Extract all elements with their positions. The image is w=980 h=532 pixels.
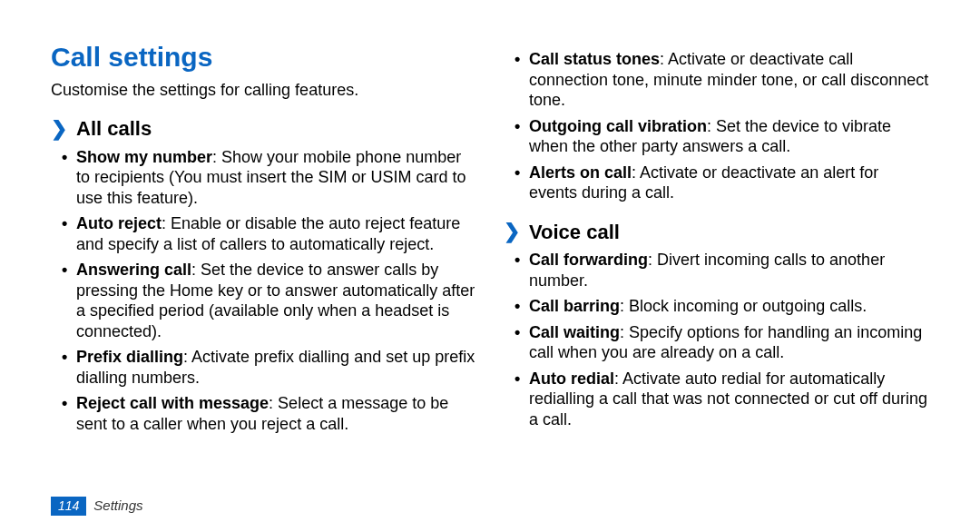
- item-term: Call waiting: [529, 323, 620, 341]
- page-footer: 114 Settings: [51, 497, 143, 517]
- item-term: Alerts on call: [529, 163, 632, 182]
- list-item: Outgoing call vibration: Set the device …: [504, 116, 929, 157]
- all-calls-list-part1: Show my number: Show your mobile phone n…: [51, 147, 476, 435]
- item-term: Reject call with message: [76, 394, 269, 412]
- item-desc: : Block incoming or outgoing calls.: [620, 297, 867, 315]
- list-item: Show my number: Show your mobile phone n…: [51, 147, 476, 209]
- right-column: Call status tones: Activate or deactivat…: [504, 40, 929, 496]
- list-item: Call barring: Block incoming or outgoing…: [504, 296, 929, 317]
- section-heading-label: Voice call: [529, 220, 620, 245]
- item-term: Auto reject: [76, 214, 162, 232]
- voice-call-list: Call forwarding: Divert incoming calls t…: [504, 250, 929, 429]
- list-item: Auto redial: Activate auto redial for au…: [504, 369, 929, 430]
- list-item: Answering call: Set the device to answer…: [51, 260, 476, 341]
- list-item: Call status tones: Activate or deactivat…: [504, 49, 929, 111]
- item-term: Call barring: [529, 297, 620, 315]
- section-heading-label: All calls: [76, 116, 152, 142]
- section-heading-all-calls: ❯ All calls: [51, 116, 476, 142]
- two-column-layout: Call settings Customise the settings for…: [51, 40, 929, 496]
- page: Call settings Customise the settings for…: [0, 0, 980, 532]
- page-title: Call settings: [51, 40, 476, 74]
- chevron-right-icon: ❯: [51, 119, 67, 139]
- page-number: 114: [51, 497, 86, 517]
- all-calls-list-part2: Call status tones: Activate or deactivat…: [504, 49, 929, 203]
- list-item: Call waiting: Specify options for handli…: [504, 322, 929, 363]
- chevron-right-icon: ❯: [504, 222, 520, 241]
- intro-text: Customise the settings for calling featu…: [51, 80, 476, 101]
- list-item: Alerts on call: Activate or deactivate a…: [504, 163, 929, 203]
- list-item: Reject call with message: Select a messa…: [51, 393, 476, 434]
- footer-label: Settings: [93, 498, 142, 515]
- item-term: Show my number: [76, 148, 212, 166]
- item-term: Auto redial: [529, 369, 614, 388]
- section-heading-voice-call: ❯ Voice call: [504, 220, 929, 245]
- item-term: Answering call: [76, 261, 191, 279]
- list-item: Call forwarding: Divert incoming calls t…: [504, 250, 929, 291]
- list-item: Auto reject: Enable or disable the auto …: [51, 213, 476, 254]
- item-term: Call status tones: [529, 50, 660, 68]
- item-term: Prefix dialling: [76, 348, 183, 366]
- item-term: Call forwarding: [529, 251, 648, 269]
- list-item: Prefix dialling: Activate prefix diallin…: [51, 347, 476, 388]
- item-term: Outgoing call vibration: [529, 117, 707, 135]
- left-column: Call settings Customise the settings for…: [51, 40, 476, 496]
